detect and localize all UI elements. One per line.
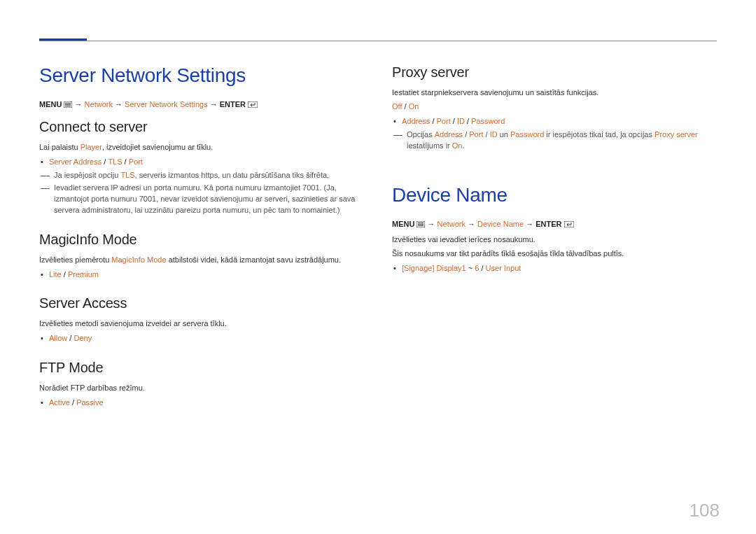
separator: / xyxy=(451,117,457,125)
crumb-arrow: → xyxy=(115,100,125,108)
note-port: ― Ievadiet servera IP adresi un porta nu… xyxy=(41,183,364,216)
proxy-desc: Iestatiet starpniekservera savienojumu u… xyxy=(392,87,717,99)
right-column: Proxy server Iestatiet starpniekservera … xyxy=(392,64,717,411)
opt-signage-display1: [Signage] Display1 xyxy=(402,264,466,272)
breadcrumb: MENU → Network → Device Name → ENTER xyxy=(392,219,717,230)
opt-tls: TLS xyxy=(108,157,122,166)
separator: / xyxy=(483,130,489,139)
breadcrumb: MENU → Network → Server Network Settings… xyxy=(39,99,364,111)
menu-icon xyxy=(64,100,72,111)
opt-deny: Deny xyxy=(74,334,92,342)
list-item: [Signage] Display1 ~ 6 / User Input xyxy=(402,262,717,274)
text: un xyxy=(498,130,510,139)
note-proxy: ― Opcijas Address / Port / ID un Passwor… xyxy=(393,129,717,152)
connect-options-list: Server Address / TLS / Port xyxy=(49,156,364,168)
crumb-arrow: → xyxy=(526,220,536,228)
left-column: Server Network Settings MENU → Network →… xyxy=(39,64,364,411)
text: Opcijas xyxy=(407,130,435,139)
crumb-arrow: → xyxy=(75,100,85,108)
crumb-arrow: → xyxy=(210,100,220,108)
opt-address: Address xyxy=(402,117,430,125)
list-item: Active / Passive xyxy=(49,397,364,409)
ftp-desc: Norādiet FTP darbības režīmu. xyxy=(39,383,364,394)
note-tls: ― Ja iespējosit opciju TLS, serveris izm… xyxy=(41,170,364,181)
text: iestatījums ir xyxy=(407,141,452,150)
heading-proxy-server: Proxy server xyxy=(392,64,717,80)
opt-active: Active xyxy=(49,398,70,407)
separator: / xyxy=(70,398,76,407)
crumb-menu-label: MENU xyxy=(392,220,416,228)
list-item: Allow / Deny xyxy=(49,332,364,344)
heading-server-network-settings: Server Network Settings xyxy=(39,64,364,87)
crumb-network: Network xyxy=(438,220,465,228)
opt-port: Port xyxy=(129,157,143,166)
text-on: On xyxy=(452,141,463,150)
device-desc-1: Izvēlieties vai ievadiet ierīces nosauku… xyxy=(392,234,717,246)
page-number: 108 xyxy=(690,500,720,521)
separator: / xyxy=(62,270,68,279)
separator: / xyxy=(122,157,129,166)
heading-ftp-mode: FTP Mode xyxy=(39,360,364,376)
separator: / xyxy=(430,117,436,125)
opt-passive: Passive xyxy=(76,398,104,407)
opt-lite: Lite xyxy=(49,270,62,279)
text: Ja iespējosit opciju xyxy=(54,171,120,179)
header-rule xyxy=(39,41,717,41)
text: , izveidojiet savienojumu ar tīklu. xyxy=(102,143,213,151)
crumb-network: Network xyxy=(85,100,113,108)
proxy-options-list: Address / Port / ID / Password xyxy=(402,115,717,127)
proxy-onoff: Off / On xyxy=(392,101,717,113)
text-address: Address xyxy=(435,130,463,139)
opt-allow: Allow xyxy=(49,334,67,342)
list-item: Address / Port / ID / Password xyxy=(402,115,717,127)
heading-server-access: Server Access xyxy=(39,295,364,311)
separator: / xyxy=(465,117,471,125)
text-player: Player xyxy=(80,143,102,151)
device-desc-2: Šis nosaukums var tikt parādīts tīklā es… xyxy=(392,248,717,260)
enter-icon xyxy=(564,220,574,230)
text: . xyxy=(462,141,464,150)
crumb-device-name: Device Name xyxy=(477,220,524,228)
magicinfo-desc: Izvēlieties piemērotu MagicInfo Mode atb… xyxy=(39,255,364,266)
text: , serveris izmantos https, un datu pārsū… xyxy=(135,171,330,179)
enter-icon xyxy=(248,100,258,111)
text-proxy-server: Proxy server xyxy=(654,130,698,139)
heading-device-name: Device Name xyxy=(392,184,717,206)
text: Izvēlieties piemērotu xyxy=(39,255,111,264)
content-area: Server Network Settings MENU → Network →… xyxy=(39,64,717,411)
connect-desc: Lai palaistu Player, izveidojiet savieno… xyxy=(39,142,364,153)
server-access-desc: Izvēlieties metodi savienojuma izveidei … xyxy=(39,318,364,330)
separator: / xyxy=(479,264,485,272)
separator: / xyxy=(102,157,108,166)
note-text: Ievadiet servera IP adresi un porta numu… xyxy=(54,183,364,216)
opt-user-input: User Input xyxy=(486,264,522,272)
separator: / xyxy=(463,130,469,139)
crumb-sns: Server Network Settings xyxy=(125,100,208,108)
dash-mark: ― xyxy=(41,171,50,180)
separator: / xyxy=(402,102,408,111)
device-options-list: [Signage] Display1 ~ 6 / User Input xyxy=(402,262,717,274)
opt-premium: Premium xyxy=(68,270,99,279)
heading-magicinfo-mode: MagicInfo Mode xyxy=(39,232,364,248)
text: atbilstoši videi, kādā izmantojat savu i… xyxy=(167,255,341,264)
magicinfo-options-list: Lite / Premium xyxy=(49,269,364,281)
crumb-enter-label: ENTER xyxy=(536,220,564,228)
note-text: Ja iespējosit opciju TLS, serveris izman… xyxy=(54,170,329,181)
note-text: Opcijas Address / Port / ID un Password … xyxy=(407,129,717,152)
text-magicinfo: MagicInfo Mode xyxy=(111,255,166,264)
text-tls: TLS xyxy=(120,171,134,179)
text: Lai palaistu xyxy=(39,143,80,151)
dash-mark: ― xyxy=(393,130,402,139)
text-password: Password xyxy=(510,130,544,139)
ftp-options-list: Active / Passive xyxy=(49,397,364,409)
crumb-arrow: → xyxy=(468,220,477,228)
list-item: Lite / Premium xyxy=(49,269,364,281)
opt-password: Password xyxy=(471,117,505,125)
crumb-enter-label: ENTER xyxy=(220,100,248,108)
dash-mark: ― xyxy=(41,183,50,192)
opt-off: Off xyxy=(392,102,402,111)
crumb-arrow: → xyxy=(428,220,438,228)
heading-connect-to-server: Connect to server xyxy=(39,119,364,135)
opt-id: ID xyxy=(457,117,465,125)
menu-icon xyxy=(416,220,425,230)
